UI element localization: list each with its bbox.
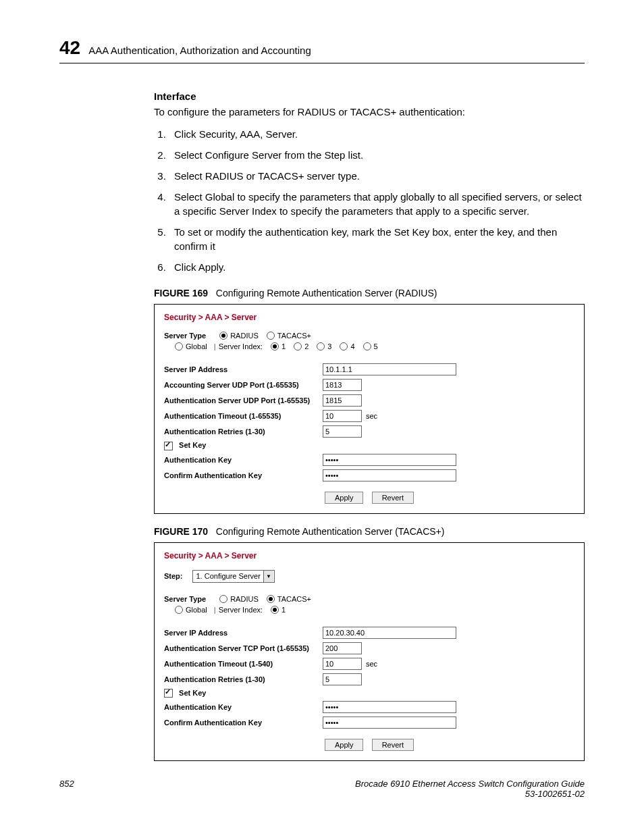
page-footer: 852 Brocade 6910 Ethernet Access Switch …	[59, 779, 585, 799]
step-item: Select Global to specify the parameters …	[169, 190, 585, 218]
step-label: Step:	[164, 572, 183, 580]
auth-retries-input[interactable]	[323, 673, 362, 685]
tacacs-option: TACACS+	[277, 332, 311, 340]
acct-port-input[interactable]	[323, 379, 362, 391]
server-type-label: Server Type	[164, 595, 206, 603]
auth-timeout-input[interactable]	[323, 658, 362, 670]
step-item: Select Configure Server from the Step li…	[169, 148, 585, 162]
chapter-number: 42	[59, 37, 80, 59]
tacacs-panel: Security > AAA > Server Step: 1. Configu…	[154, 542, 585, 762]
server-index-label: Server Index:	[219, 606, 263, 614]
server-index-1-radio[interactable]	[271, 606, 279, 614]
server-index-2-radio[interactable]	[294, 342, 302, 350]
set-key-checkbox[interactable]	[164, 442, 173, 450]
auth-key-input[interactable]	[323, 701, 456, 713]
idx: 1	[281, 606, 286, 614]
auth-key-input[interactable]	[323, 454, 456, 466]
chapter-title: AAA Authentication, Authorization and Ac…	[88, 45, 311, 56]
figure-caption-169: FIGURE 169 Configuring Remote Authentica…	[154, 288, 585, 298]
step-select-value: 1. Configure Server	[194, 572, 263, 580]
timeout-unit: sec	[366, 660, 377, 668]
auth-timeout-input[interactable]	[323, 410, 362, 422]
step-select[interactable]: 1. Configure Server ▼	[192, 570, 275, 583]
server-type-tacacs-radio[interactable]	[267, 332, 275, 340]
server-ip-input[interactable]	[323, 627, 456, 639]
section-intro: To configure the parameters for RADIUS o…	[154, 106, 585, 118]
server-type-radius-radio[interactable]	[219, 332, 227, 340]
server-index-label: Server Index:	[219, 342, 263, 350]
breadcrumb: Security > AAA > Server	[164, 551, 574, 561]
server-index-1-radio[interactable]	[271, 342, 279, 350]
step-item: Select RADIUS or TACACS+ server type.	[169, 169, 585, 183]
chevron-down-icon: ▼	[263, 571, 273, 582]
idx: 5	[374, 342, 378, 350]
auth-port-input[interactable]	[323, 642, 362, 654]
auth-port-label: Authentication Server TCP Port (1-65535)	[164, 644, 323, 652]
page-number: 852	[59, 779, 74, 799]
section-heading: Interface	[154, 90, 585, 102]
acct-port-label: Accounting Server UDP Port (1-65535)	[164, 381, 323, 389]
apply-button[interactable]: Apply	[325, 492, 364, 504]
divider: |	[214, 606, 216, 614]
figure-caption-170: FIGURE 170 Configuring Remote Authentica…	[154, 526, 585, 537]
page-header: 42 AAA Authentication, Authorization and…	[59, 37, 585, 63]
server-type-tacacs-radio[interactable]	[267, 595, 275, 603]
figure-title: Configuring Remote Authentication Server…	[216, 288, 437, 298]
figure-title: Configuring Remote Authentication Server…	[216, 526, 445, 537]
apply-button[interactable]: Apply	[325, 739, 364, 751]
server-index-3-radio[interactable]	[317, 342, 325, 350]
global-label: Global	[186, 606, 207, 614]
auth-key-label: Authentication Key	[164, 456, 323, 464]
confirm-key-label: Confirm Authentication Key	[164, 471, 323, 479]
auth-port-label: Authentication Server UDP Port (1-65535)	[164, 396, 323, 405]
auth-retries-label: Authentication Retries (1-30)	[164, 675, 323, 683]
set-key-label: Set Key	[179, 689, 206, 697]
auth-key-label: Authentication Key	[164, 703, 323, 711]
global-label: Global	[186, 342, 207, 350]
global-radio[interactable]	[175, 606, 183, 614]
auth-port-input[interactable]	[323, 394, 362, 407]
book-title: Brocade 6910 Ethernet Access Switch Conf…	[355, 779, 585, 789]
breadcrumb: Security > AAA > Server	[164, 313, 574, 322]
radius-panel: Security > AAA > Server Server Type RADI…	[154, 304, 585, 514]
confirm-key-input[interactable]	[323, 716, 456, 729]
doc-id: 53-1002651-02	[355, 789, 585, 799]
server-ip-label: Server IP Address	[164, 629, 323, 637]
timeout-unit: sec	[366, 412, 377, 420]
server-ip-input[interactable]	[323, 363, 456, 375]
step-item: Click Apply.	[169, 260, 585, 274]
server-index-4-radio[interactable]	[340, 342, 348, 350]
auth-timeout-label: Authentication Timeout (1-65535)	[164, 412, 323, 420]
tacacs-option: TACACS+	[277, 595, 311, 603]
server-type-label: Server Type	[164, 332, 206, 340]
global-radio[interactable]	[175, 342, 183, 350]
set-key-label: Set Key	[179, 441, 206, 449]
idx: 2	[304, 342, 308, 350]
idx: 1	[281, 342, 286, 350]
idx: 4	[350, 342, 354, 350]
auth-retries-input[interactable]	[323, 425, 362, 438]
radius-option: RADIUS	[230, 595, 259, 603]
auth-timeout-label: Authentication Timeout (1-540)	[164, 660, 323, 668]
server-index-5-radio[interactable]	[363, 342, 371, 350]
confirm-key-input[interactable]	[323, 469, 456, 481]
server-ip-label: Server IP Address	[164, 365, 323, 373]
idx: 3	[327, 342, 331, 350]
revert-button[interactable]: Revert	[372, 492, 414, 504]
revert-button[interactable]: Revert	[372, 739, 414, 751]
auth-retries-label: Authentication Retries (1-30)	[164, 427, 323, 436]
step-item: Click Security, AAA, Server.	[169, 127, 585, 141]
confirm-key-label: Confirm Authentication Key	[164, 719, 323, 727]
set-key-checkbox[interactable]	[164, 689, 173, 698]
step-item: To set or modify the authentication key,…	[169, 225, 585, 253]
figure-label: FIGURE 169	[154, 288, 208, 298]
figure-label: FIGURE 170	[154, 526, 208, 537]
divider: |	[214, 342, 216, 350]
server-type-radius-radio[interactable]	[219, 595, 227, 603]
steps-list: Click Security, AAA, Server. Select Conf…	[154, 127, 585, 274]
radius-option: RADIUS	[230, 332, 259, 340]
